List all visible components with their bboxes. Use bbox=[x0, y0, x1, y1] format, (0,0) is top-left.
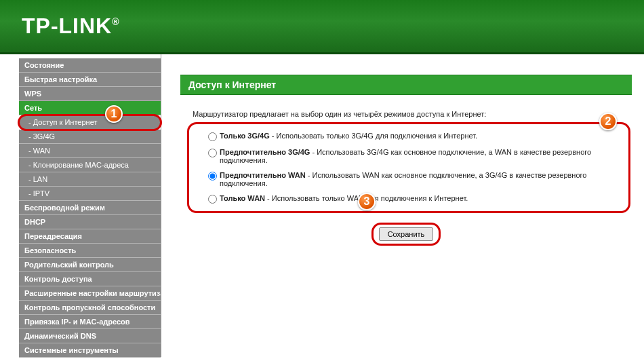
option-row-1[interactable]: Предпочтительно 3G/4G - Использовать 3G/… bbox=[208, 145, 620, 168]
option-radio-2[interactable] bbox=[208, 172, 217, 181]
access-mode-options: Только 3G/4G - Использовать только 3G/4G… bbox=[187, 122, 630, 213]
sidebar-item-16[interactable]: Расширенные настройки маршрутизации bbox=[19, 286, 161, 301]
sidebar-item-2[interactable]: WPS bbox=[19, 87, 161, 101]
sidebar-item-8[interactable]: - LAN bbox=[19, 172, 161, 187]
sidebar-item-10[interactable]: Беспроводной режим bbox=[19, 201, 161, 215]
option-row-2[interactable]: Предпочтительно WAN - Использовать WAN к… bbox=[208, 168, 620, 191]
sidebar: СостояниеБыстрая настройкаWPSСеть- Досту… bbox=[0, 54, 161, 357]
sidebar-item-0[interactable]: Состояние bbox=[19, 58, 161, 73]
option-title-2: Предпочтительно WAN bbox=[220, 171, 306, 179]
sidebar-item-20[interactable]: Системные инструменты bbox=[19, 343, 161, 358]
sidebar-item-15[interactable]: Контроль доступа bbox=[19, 272, 161, 286]
sidebar-item-18[interactable]: Привязка IP- и MAC-адресов bbox=[19, 315, 161, 329]
sidebar-item-6[interactable]: - WAN bbox=[19, 144, 161, 158]
sidebar-item-13[interactable]: Безопасность bbox=[19, 244, 161, 258]
sidebar-item-5[interactable]: - 3G/4G bbox=[19, 130, 161, 144]
annotation-badge-2: 2 bbox=[599, 113, 617, 130]
sidebar-item-12[interactable]: Переадресация bbox=[19, 229, 161, 244]
annotation-badge-3: 3 bbox=[358, 193, 376, 210]
header: TP-LINK® bbox=[0, 0, 644, 54]
sidebar-item-4[interactable]: - Доступ к Интернет bbox=[19, 115, 161, 130]
option-title-0: Только 3G/4G bbox=[220, 132, 270, 140]
sidebar-item-17[interactable]: Контроль пропускной способности bbox=[19, 301, 161, 315]
brand-logo: TP-LINK® bbox=[22, 14, 120, 39]
sidebar-item-19[interactable]: Динамический DNS bbox=[19, 329, 161, 343]
page-title: Доступ к Интернет bbox=[180, 75, 632, 95]
brand-text: TP-LINK bbox=[22, 14, 112, 38]
option-radio-3[interactable] bbox=[208, 195, 217, 204]
save-highlight: Сохранить bbox=[371, 223, 441, 246]
intro-text: Маршрутизатор предлагает на выбор один и… bbox=[180, 110, 632, 118]
save-button[interactable]: Сохранить bbox=[379, 227, 434, 241]
annotation-badge-1: 1 bbox=[105, 105, 123, 123]
brand-mark: ® bbox=[112, 16, 119, 27]
option-row-3[interactable]: Только WAN - Использовать только WAN для… bbox=[208, 191, 620, 207]
sidebar-item-1[interactable]: Быстрая настройка bbox=[19, 73, 161, 87]
option-title-3: Только WAN bbox=[220, 194, 265, 202]
option-radio-1[interactable] bbox=[208, 149, 217, 157]
sidebar-item-14[interactable]: Родительский контроль bbox=[19, 258, 161, 272]
option-desc-0: - Использовать только 3G/4G для подключе… bbox=[270, 132, 477, 140]
sidebar-item-7[interactable]: - Клонирование MAC-адреса bbox=[19, 158, 161, 172]
option-row-0[interactable]: Только 3G/4G - Использовать только 3G/4G… bbox=[208, 128, 620, 145]
sidebar-item-11[interactable]: DHCP bbox=[19, 215, 161, 229]
sidebar-item-9[interactable]: - IPTV bbox=[19, 187, 161, 201]
option-title-1: Предпочтительно 3G/4G bbox=[220, 148, 310, 156]
sidebar-item-3[interactable]: Сеть bbox=[19, 101, 161, 115]
content: Доступ к Интернет Маршрутизатор предлага… bbox=[161, 54, 644, 357]
option-radio-0[interactable] bbox=[208, 132, 217, 141]
